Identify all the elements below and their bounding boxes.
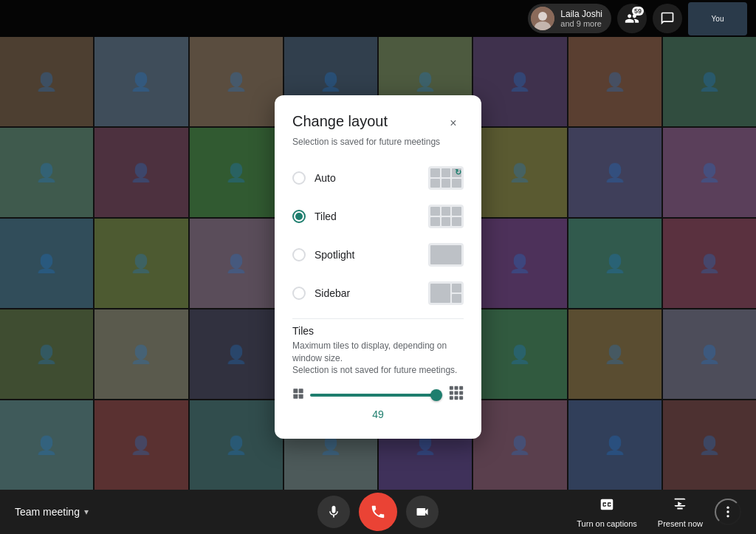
svg-rect-5 [293, 394, 298, 399]
layout-label-spotlight: Spotlight [315, 249, 354, 261]
svg-rect-6 [299, 394, 303, 399]
divider [292, 318, 464, 319]
layout-option-auto[interactable]: Auto ↻ [292, 159, 464, 197]
tiles-value: 49 [372, 408, 384, 420]
layout-option-sidebar[interactable]: Sidebar [292, 274, 464, 312]
layout-label-sidebar: Sidebar [315, 287, 350, 299]
dialog-subtitle: Selection is saved for future meetings [292, 137, 464, 147]
grid-large-icon [449, 386, 464, 405]
tiles-title: Tiles [292, 325, 464, 337]
tiles-section: Tiles Maximum tiles to display, dependin… [292, 325, 464, 421]
radio-auto [292, 171, 306, 185]
svg-rect-9 [459, 386, 463, 390]
preview-sidebar [428, 281, 464, 305]
layout-options: Auto ↻ Tile [292, 159, 464, 312]
tiles-subtitle: Maximum tiles to display, depending on w… [292, 340, 464, 377]
svg-rect-15 [459, 396, 463, 400]
svg-rect-14 [455, 396, 458, 400]
dialog-header: Change layout × [292, 113, 464, 134]
svg-rect-13 [450, 396, 453, 400]
svg-rect-3 [293, 389, 298, 394]
svg-rect-12 [459, 391, 463, 395]
svg-rect-4 [299, 389, 303, 394]
svg-rect-10 [450, 391, 453, 395]
svg-rect-7 [450, 386, 453, 390]
close-button[interactable]: × [443, 113, 464, 134]
modal-backdrop: Change layout × Selection is saved for f… [0, 0, 756, 534]
preview-spotlight [428, 243, 464, 267]
svg-rect-8 [455, 386, 458, 390]
radio-sidebar [292, 287, 306, 300]
layout-option-spotlight[interactable]: Spotlight [292, 236, 464, 274]
layout-label-tiled: Tiled [315, 210, 337, 222]
preview-auto: ↻ [428, 166, 464, 190]
tiles-slider-row [292, 386, 464, 405]
dialog-title: Change layout [292, 113, 388, 130]
tiles-slider[interactable] [310, 388, 443, 403]
grid-small-icon [292, 388, 304, 403]
radio-tiled [292, 210, 306, 223]
svg-rect-11 [455, 391, 458, 395]
layout-option-tiled[interactable]: Tiled [292, 197, 464, 236]
change-layout-dialog: Change layout × Selection is saved for f… [275, 95, 481, 439]
layout-label-auto: Auto [315, 172, 336, 184]
preview-tiled [428, 205, 464, 228]
radio-spotlight [292, 248, 306, 261]
